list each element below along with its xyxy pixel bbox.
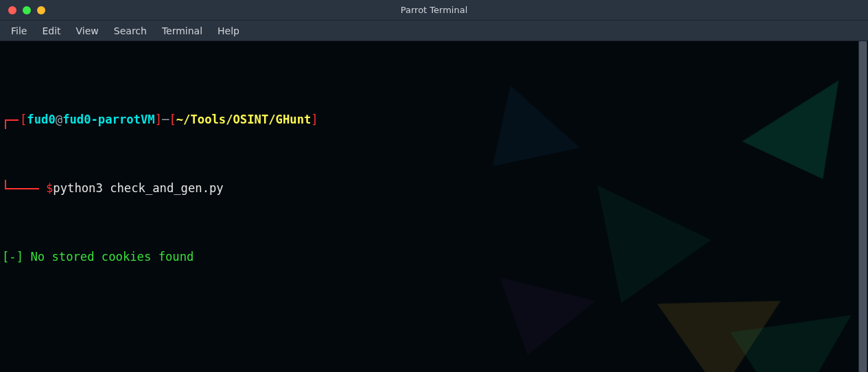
menu-view[interactable]: View <box>69 23 106 39</box>
terminal-scrollbar[interactable] <box>858 41 867 372</box>
close-icon[interactable] <box>8 6 16 14</box>
at-sign: @ <box>56 111 62 128</box>
minimize-icon[interactable] <box>23 6 31 14</box>
output-line: [-] No stored cookies found <box>2 248 866 266</box>
prompt-line-bottom: $python3 check_and_gen.py <box>2 180 866 197</box>
menu-search[interactable]: Search <box>107 23 154 39</box>
maximize-icon[interactable] <box>37 6 45 14</box>
blank-line <box>2 317 866 334</box>
path-bracket-open: [ <box>169 111 176 128</box>
menu-help[interactable]: Help <box>211 23 246 39</box>
menu-terminal[interactable]: Terminal <box>155 23 209 39</box>
window-title: Parrot Terminal <box>0 5 868 15</box>
prompt-sep: ─ <box>162 111 169 128</box>
window-controls <box>0 6 45 14</box>
menubar: File Edit View Search Terminal Help <box>0 21 868 41</box>
prompt-path: ~/Tools/OSINT/GHunt <box>176 111 312 128</box>
no-cookies-text: [-] No stored cookies found <box>2 248 193 266</box>
window-titlebar: Parrot Terminal <box>0 0 868 21</box>
prompt-elbow-icon <box>2 111 20 128</box>
command-text: python3 check_and_gen.py <box>53 180 223 197</box>
prompt-host: fud0-parrotVM <box>62 111 155 128</box>
bracket-open: [ <box>20 111 27 128</box>
menu-file[interactable]: File <box>4 23 34 39</box>
menu-edit[interactable]: Edit <box>35 23 67 39</box>
prompt-user: fud0 <box>27 111 55 128</box>
path-bracket-close: ] <box>311 111 318 128</box>
prompt-line-top: [fud0@fud0-parrotVM]─[~/Tools/OSINT/GHun… <box>2 111 866 128</box>
terminal-viewport[interactable]: [fud0@fud0-parrotVM]─[~/Tools/OSINT/GHun… <box>0 41 868 372</box>
prompt-symbol: $ <box>46 180 53 197</box>
bracket-close: ] <box>155 111 162 128</box>
prompt-elbow-icon <box>2 180 20 197</box>
scrollbar-thumb[interactable] <box>859 41 867 372</box>
terminal-content: [fud0@fud0-parrotVM]─[~/Tools/OSINT/GHun… <box>0 41 868 372</box>
